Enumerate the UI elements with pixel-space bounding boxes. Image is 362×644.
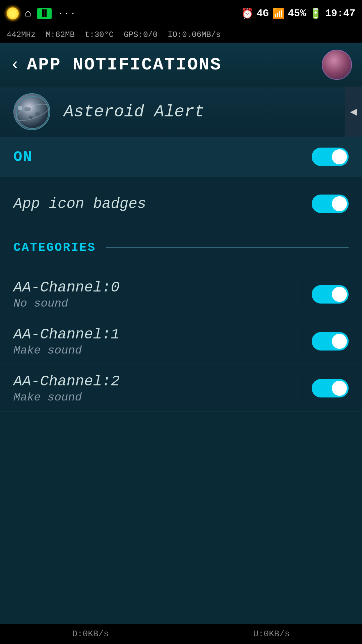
channel-info-0: AA-Channel:0 No sound: [13, 279, 284, 310]
bar-chart-icon: ▐▌: [37, 8, 51, 19]
header: ‹ APP NOTIFICATIONS: [0, 43, 362, 87]
svg-point-3: [29, 116, 33, 119]
clock: 19:47: [325, 8, 355, 19]
channel-name-0: AA-Channel:0: [13, 279, 284, 296]
channel-row-0: AA-Channel:0 No sound: [0, 271, 362, 318]
channel-divider-2: [298, 375, 298, 402]
temp-label: t:30°C: [85, 30, 114, 39]
on-toggle[interactable]: [312, 148, 349, 166]
content: Asteroid Alert ◀ ON App icon badges CATE…: [0, 87, 362, 432]
status-bar: ⌂ ▐▌ ··· ⏰ 4G 📶 45% 🔋 19:47: [0, 0, 362, 27]
status-row2: 442MHz M:82MB t:30°C GPS:0/0 IO:0.06MB/s: [0, 27, 362, 43]
channel-desc-0: No sound: [13, 297, 284, 310]
memory-label: M:82MB: [46, 30, 74, 39]
gps-label: GPS:0/0: [124, 30, 158, 39]
on-label: ON: [13, 149, 33, 165]
dots-icon: ···: [58, 8, 76, 19]
app-name: Asteroid Alert: [64, 102, 204, 121]
battery-pct: 45%: [288, 8, 306, 19]
app-icon-badges-toggle[interactable]: [312, 195, 349, 213]
channel-desc-2: Make sound: [13, 391, 284, 404]
bottom-bar: D:0KB/s U:0KB/s: [0, 624, 362, 644]
avatar: [322, 50, 352, 80]
app-info-row: Asteroid Alert ◀: [0, 87, 362, 137]
svg-point-2: [35, 112, 40, 116]
app-icon-badges-row: App icon badges: [0, 184, 362, 224]
battery-icon: 🔋: [309, 7, 322, 20]
channel-divider-1: [298, 328, 298, 355]
freq-label: 442MHz: [7, 30, 36, 39]
upload-speed: U:0KB/s: [253, 629, 290, 639]
categories-line: [106, 247, 349, 248]
home-icon: ⌂: [25, 7, 31, 20]
signal-bars: 📶: [272, 7, 285, 20]
channel-toggle-1[interactable]: [312, 332, 349, 351]
channel-name-2: AA-Channel:2: [13, 373, 284, 390]
channel-row-1: AA-Channel:1 Make sound: [0, 318, 362, 365]
channel-info-2: AA-Channel:2 Make sound: [13, 373, 284, 404]
svg-point-0: [16, 96, 49, 128]
status-bar-right: ⏰ 4G 📶 45% 🔋 19:47: [241, 7, 355, 20]
on-row: ON: [0, 137, 362, 177]
download-speed: D:0KB/s: [72, 629, 109, 639]
page-title: APP NOTIFICATIONS: [27, 55, 222, 75]
channel-info-1: AA-Channel:1 Make sound: [13, 326, 284, 357]
channel-desc-1: Make sound: [13, 344, 284, 357]
channel-toggle-2[interactable]: [312, 379, 349, 397]
status-bar-left: ⌂ ▐▌ ···: [7, 7, 76, 20]
alarm-icon: ⏰: [241, 7, 253, 20]
channel-divider-0: [298, 281, 298, 308]
channel-name-1: AA-Channel:1: [13, 326, 284, 343]
app-icon-badges-label: App icon badges: [13, 196, 146, 212]
svg-point-5: [18, 106, 22, 110]
channel-toggle-0[interactable]: [312, 285, 349, 304]
network-type: 4G: [257, 8, 269, 19]
categories-header: CATEGORIES: [0, 234, 362, 261]
sun-icon: [7, 7, 19, 19]
io-label: IO:0.06MB/s: [168, 30, 221, 39]
channel-row-2: AA-Channel:2 Make sound: [0, 365, 362, 412]
categories-label: CATEGORIES: [13, 241, 96, 255]
app-icon: [13, 93, 50, 130]
app-back-arrow[interactable]: ◀: [345, 87, 362, 137]
back-button[interactable]: ‹: [10, 56, 20, 73]
